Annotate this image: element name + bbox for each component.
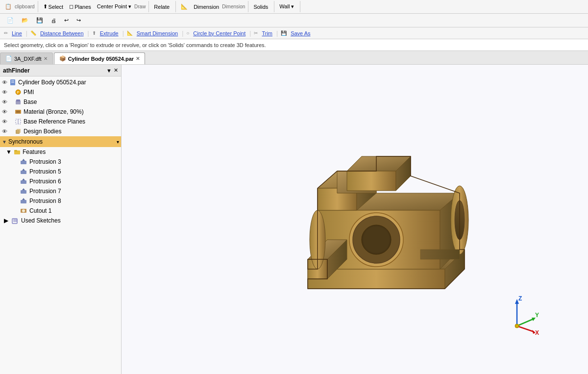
ctx-icon-line: ✏ (4, 30, 8, 36)
pf-item-protrusion5[interactable]: Protrusion 5 (0, 167, 121, 176)
svg-point-26 (22, 209, 25, 212)
sep6: | (276, 30, 278, 37)
tab-dxf-icon: 📄 (5, 55, 12, 62)
toolbar-section-select: ⬆ Select ◻ Planes Center Point ▾ Draw (40, 1, 149, 12)
eye-icon-design-bodies: 👁 (2, 128, 7, 134)
save-as-button[interactable]: Save As (290, 30, 311, 36)
pf-features-label: Features (23, 149, 46, 155)
main-area: athFinder ▼ ✕ 👁 Cylinder Body 050524.par… (0, 65, 588, 374)
distance-between-button[interactable]: Distance Between (39, 30, 85, 36)
features-expand: ▼ (6, 149, 12, 155)
ctx-icon-circle: ○ (186, 30, 189, 36)
protrusion3-icon (20, 158, 27, 166)
tab-cylinder-close[interactable]: ✕ (136, 56, 140, 61)
svg-line-61 (517, 326, 534, 332)
tab-dxf[interactable]: 📄 3A_DXF.dft ✕ (0, 52, 53, 64)
status-message: Select geometry, click on a 'Region' to … (4, 42, 266, 48)
svg-text:X: X (535, 329, 539, 336)
protrusion5-icon (20, 168, 27, 175)
circle-center-button[interactable]: Circle by Center Point (192, 30, 246, 36)
svg-line-58 (517, 319, 534, 326)
viewport[interactable]: Z Y X (122, 65, 588, 374)
undo-button[interactable]: ↩ (61, 16, 72, 25)
pf-protrusion3-label: Protrusion 3 (29, 158, 61, 165)
pf-item-pmi[interactable]: 👁 P PMI (0, 87, 121, 97)
viewport-content: Z Y X (122, 65, 588, 374)
tab-dxf-label: 3A_DXF.dft (14, 56, 42, 62)
pf-cutout1-label: Cutout 1 (29, 207, 51, 214)
eye-icon-cylinder: 👁 (2, 79, 7, 85)
pf-item-cylinder-body[interactable]: 👁 Cylinder Body 050524.par (0, 77, 121, 87)
pathfinder-title: athFinder (3, 67, 30, 74)
pathfinder-close-button[interactable]: ✕ (114, 67, 118, 74)
save-button[interactable]: 💾 (33, 16, 46, 25)
line-button[interactable]: Line (11, 30, 23, 36)
pf-item-cutout1[interactable]: Cutout 1 (0, 206, 121, 216)
pf-item-base-ref[interactable]: 👁 Base Reference Planes (0, 117, 121, 126)
svg-point-49 (362, 225, 391, 254)
center-point-button[interactable]: Center Point ▾ (94, 2, 134, 11)
pf-used-sketches-label: Used Sketches (21, 217, 61, 224)
sync-arrow-icon: ▾ (117, 139, 119, 145)
tab-cylinder[interactable]: 📦 Cylinder Body 050524.par ✕ (54, 52, 146, 64)
pf-item-design-bodies[interactable]: 👁 Design Bodies (0, 126, 121, 136)
svg-marker-24 (22, 198, 25, 200)
trim-button[interactable]: Trim (261, 30, 273, 36)
dimension-icon-button[interactable]: 📐 (178, 2, 191, 11)
cutout1-icon (20, 207, 27, 215)
svg-rect-21 (21, 190, 26, 194)
svg-rect-14 (14, 150, 17, 151)
new-button[interactable]: 📄 (4, 16, 17, 25)
pf-item-protrusion8[interactable]: Protrusion 8 (0, 196, 121, 206)
context-toolbar: ✏ Line | 📏 Distance Between | ⬆ Extrude … (0, 27, 588, 39)
wall-button[interactable]: Wall ▾ (276, 2, 297, 11)
pf-item-features[interactable]: ▼ Features (0, 147, 121, 157)
tab-dxf-close[interactable]: ✕ (44, 56, 48, 61)
relate-button[interactable]: Relate (151, 3, 172, 11)
svg-text:P: P (17, 90, 19, 95)
solids-button[interactable]: Solids (250, 3, 271, 11)
features-folder-icon (13, 148, 21, 156)
open-button[interactable]: 📂 (19, 16, 31, 25)
pathfinder-panel: athFinder ▼ ✕ 👁 Cylinder Body 050524.par… (0, 65, 122, 374)
eye-icon-material: 👁 (2, 109, 7, 115)
svg-text:Y: Y (535, 312, 539, 319)
svg-marker-20 (22, 178, 25, 180)
sep3: | (122, 30, 124, 37)
pf-item-material[interactable]: 👁 Material (Bronze, 90%) (0, 107, 121, 117)
pathfinder-filter-button[interactable]: ▼ (106, 67, 112, 74)
wall-label: Wall ▾ (279, 3, 294, 10)
planes-label: Planes (74, 4, 91, 10)
smart-dimension-button[interactable]: Smart Dimension (136, 30, 179, 36)
dimension-label: Dimension (194, 4, 219, 10)
sep2: | (88, 30, 89, 37)
ctx-icon-distance: 📏 (30, 30, 36, 36)
pf-item-protrusion3[interactable]: Protrusion 3 (0, 157, 121, 167)
tab-cylinder-icon: 📦 (59, 55, 66, 62)
quick-access-toolbar: 📄 📂 💾 🖨 ↩ ↪ (0, 14, 588, 27)
status-bar: Select geometry, click on a 'Region' to … (0, 39, 588, 51)
top-toolbar: 📋 clipboard ⬆ Select ◻ Planes Center Poi… (0, 0, 588, 14)
synchronous-section[interactable]: ▼ Synchronous ▾ (0, 136, 121, 147)
sync-expand-icon: ▼ (2, 139, 7, 145)
pf-item-protrusion6[interactable]: Protrusion 6 (0, 176, 121, 186)
clipboard-button[interactable]: 📋 (2, 2, 15, 11)
planes-button[interactable]: ◻ Planes (66, 2, 94, 11)
pf-base-label: Base (24, 99, 37, 105)
select-button[interactable]: ⬆ Select (40, 2, 67, 11)
used-sketches-expand: ▶ (4, 217, 8, 224)
ctx-icon-trim: ✂ (254, 30, 258, 36)
print-button[interactable]: 🖨 (48, 17, 59, 25)
extrude-button[interactable]: Extrude (99, 30, 120, 36)
pf-item-base[interactable]: 👁 Base (0, 97, 121, 107)
sep4: | (182, 30, 183, 37)
protrusion8-icon (20, 197, 27, 205)
pf-pmi-label: PMI (24, 89, 34, 96)
dimension-button[interactable]: Dimension (191, 3, 222, 11)
pathfinder-content: 👁 Cylinder Body 050524.par 👁 P PMI 👁 (0, 76, 121, 374)
redo-button[interactable]: ↪ (74, 16, 84, 25)
pf-item-used-sketches[interactable]: ▶ Used Sketches (0, 216, 121, 225)
eye-icon-base: 👁 (2, 99, 7, 105)
planes-icon: ◻ (69, 3, 74, 10)
pf-item-protrusion7[interactable]: Protrusion 7 (0, 186, 121, 196)
